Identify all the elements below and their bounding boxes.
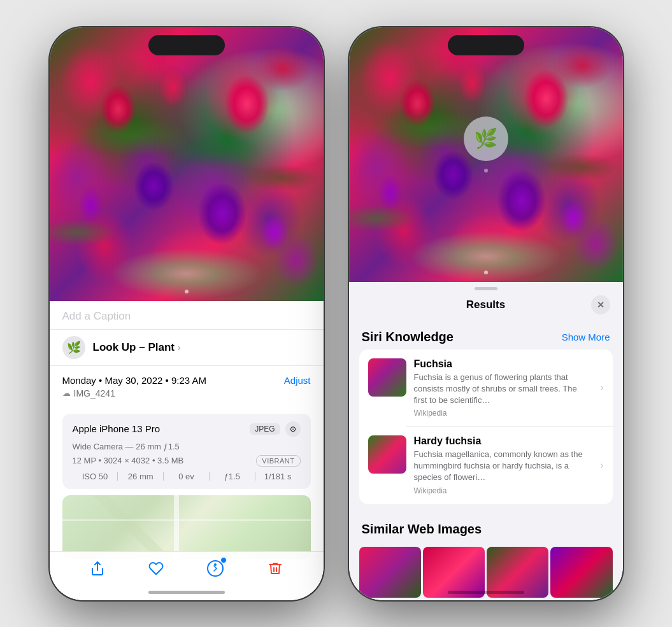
exif-iso: ISO 50 xyxy=(73,472,118,481)
similar-header: Similar Web Images xyxy=(349,514,623,542)
exif-aperture: ƒ1.5 xyxy=(210,472,255,481)
fuchsia-text: Fuchsia Fuchsia is a genus of flowering … xyxy=(414,358,593,418)
similar-images[interactable] xyxy=(349,542,623,598)
fuchsia-source: Wikipedia xyxy=(414,409,593,418)
right-screen: 🌿 Results ✕ Siri Knowledge xyxy=(349,27,623,600)
hardy-text: Hardy fuchsia Fuchsia magellanica, commo… xyxy=(414,435,593,495)
lookup-icon: 🌿 xyxy=(62,336,85,359)
siri-knowledge-title: Siri Knowledge xyxy=(362,330,454,344)
results-header: Results ✕ xyxy=(349,293,623,322)
filename: IMG_4241 xyxy=(74,388,115,398)
cloud-icon: ☁ xyxy=(62,388,71,398)
lookup-label: Look Up – Plant xyxy=(93,341,178,353)
similar-img-4[interactable] xyxy=(550,547,612,598)
hardy-source: Wikipedia xyxy=(414,486,593,495)
similar-title: Similar Web Images xyxy=(362,522,482,537)
hardy-name: Hardy fuchsia xyxy=(414,435,593,447)
camera-spec: Wide Camera — 26 mm ƒ1.5 xyxy=(73,442,301,451)
knowledge-card: Fuchsia Fuchsia is a genus of flowering … xyxy=(359,349,613,504)
exif-ev: 0 ev xyxy=(164,472,209,481)
favorite-button[interactable] xyxy=(148,561,164,580)
lookup-row[interactable]: 🌿 Look Up – Plant › xyxy=(50,330,324,365)
info-panel: Add a Caption 🌿 Look Up – Plant › xyxy=(50,301,324,559)
map-roads xyxy=(62,495,311,559)
adjust-button[interactable]: Adjust xyxy=(284,375,311,386)
results-handle[interactable] xyxy=(349,282,623,293)
device-row: Apple iPhone 13 Pro JPEG ⊙ xyxy=(73,421,301,437)
results-title: Results xyxy=(381,299,591,311)
fuchsia-name: Fuchsia xyxy=(414,358,593,370)
file-row: 12 MP • 3024 × 4032 • 3.5 MB VIBRANT xyxy=(73,455,301,467)
share-button[interactable] xyxy=(90,561,105,580)
meta-date-row: Monday • May 30, 2022 • 9:23 AM Adjust xyxy=(62,375,311,386)
handle-bar xyxy=(475,287,497,290)
home-bar xyxy=(148,591,225,594)
svg-point-1 xyxy=(208,561,223,576)
exif-row: ISO 50 26 mm 0 ev ƒ1.5 1/181 s xyxy=(73,467,301,481)
hardy-chevron-icon: › xyxy=(600,460,603,471)
caption-area[interactable]: Add a Caption xyxy=(50,301,324,330)
right-notch xyxy=(448,35,524,55)
photo-image[interactable] xyxy=(50,27,324,301)
info-button[interactable] xyxy=(206,560,224,581)
device-section: Apple iPhone 13 Pro JPEG ⊙ Wide Camera —… xyxy=(62,414,311,489)
siri-bubble[interactable]: 🌿 xyxy=(464,116,508,161)
right-home-bar xyxy=(448,591,524,594)
close-button[interactable]: ✕ xyxy=(591,295,610,314)
map-preview[interactable] xyxy=(62,495,311,559)
results-panel: Results ✕ Siri Knowledge Show More xyxy=(349,282,623,600)
meta-section: Monday • May 30, 2022 • 9:23 AM Adjust ☁… xyxy=(50,365,324,407)
fuchsia-desc: Fuchsia is a genus of flowering plants t… xyxy=(414,372,593,407)
fuchsia-chevron-icon: › xyxy=(600,382,603,393)
siri-leaf-icon: 🌿 xyxy=(474,127,497,150)
exif-focal: 26 mm xyxy=(118,472,163,481)
fuchsia-item[interactable]: Fuchsia Fuchsia is a genus of flowering … xyxy=(359,349,613,427)
similar-img-1[interactable] xyxy=(359,547,421,598)
leaf-overlay xyxy=(50,27,324,301)
right-photo-page-dot xyxy=(484,271,488,274)
file-info: 12 MP • 3024 × 4032 • 3.5 MB xyxy=(73,456,184,465)
meta-filename-row: ☁ IMG_4241 xyxy=(62,388,311,398)
info-blue-dot xyxy=(220,557,227,563)
lookup-subject: Plant xyxy=(148,341,175,353)
delete-button[interactable] xyxy=(268,561,283,580)
right-phone: 🌿 Results ✕ Siri Knowledge xyxy=(349,27,623,600)
left-phone: Add a Caption 🌿 Look Up – Plant › xyxy=(50,27,324,600)
fuchsia-thumbnail xyxy=(368,358,406,397)
results-body[interactable]: Siri Knowledge Show More Fuchsia Fuchsia… xyxy=(349,322,623,600)
vibrant-badge: VIBRANT xyxy=(256,455,300,467)
lookup-chevron-icon: › xyxy=(178,342,181,353)
exif-shutter: 1/181 s xyxy=(255,472,301,481)
device-badges: JPEG ⊙ xyxy=(250,421,300,437)
siri-bubble-dot xyxy=(484,169,488,173)
hardy-thumbnail xyxy=(368,435,406,474)
similar-section: Similar Web Images xyxy=(349,504,623,598)
svg-point-2 xyxy=(215,564,216,565)
jpeg-badge: JPEG xyxy=(250,423,280,435)
photo-page-dot xyxy=(185,290,189,293)
right-photo: 🌿 xyxy=(349,27,623,282)
hardy-desc: Fuchsia magellanica, commonly known as t… xyxy=(414,449,593,484)
device-name: Apple iPhone 13 Pro xyxy=(73,423,161,434)
show-more-button[interactable]: Show More xyxy=(562,332,610,342)
camera-icon: ⊙ xyxy=(285,421,301,437)
siri-knowledge-header: Siri Knowledge Show More xyxy=(349,322,623,349)
left-screen: Add a Caption 🌿 Look Up – Plant › xyxy=(50,27,324,600)
hardy-fuchsia-item[interactable]: Hardy fuchsia Fuchsia magellanica, commo… xyxy=(359,426,613,504)
notch xyxy=(148,35,225,55)
caption-placeholder[interactable]: Add a Caption xyxy=(62,310,131,322)
meta-date: Monday • May 30, 2022 • 9:23 AM xyxy=(62,375,206,386)
